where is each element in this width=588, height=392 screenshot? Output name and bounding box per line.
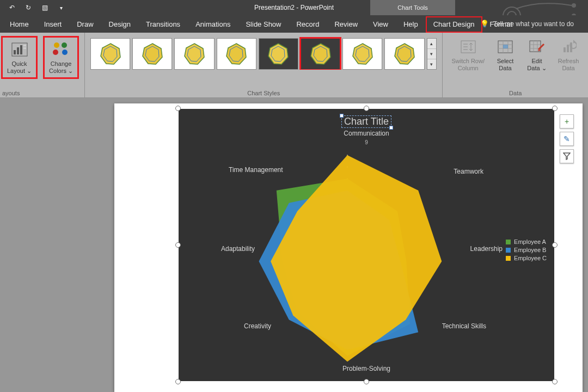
refresh-data-label: Refresh Data bbox=[558, 58, 579, 71]
title-bar: ↶ ↻ ▧ ▾ Presentation2 - PowerPoint Chart… bbox=[0, 0, 588, 15]
tab-draw[interactable]: Draw bbox=[69, 16, 101, 33]
tab-animations[interactable]: Animations bbox=[188, 16, 238, 33]
tell-me-placeholder: Tell me what you want to do bbox=[493, 20, 574, 28]
chart-title-text[interactable]: Chart Title bbox=[341, 115, 391, 128]
chart-float-buttons: + ✎ bbox=[560, 114, 574, 163]
legend-swatch-a bbox=[506, 240, 511, 244]
highlight-change-colors: Change Colors ⌄ bbox=[43, 36, 79, 79]
tab-chart-design[interactable]: Chart Design bbox=[426, 16, 482, 33]
svg-rect-27 bbox=[461, 41, 475, 53]
group-label-chart-styles: Chart Styles bbox=[85, 90, 443, 96]
group-change-colors: Change Colors ⌄ bbox=[43, 33, 84, 97]
refresh-data-button[interactable]: Refresh Data bbox=[554, 36, 583, 74]
switch-row-column-label: Switch Row/ Column bbox=[451, 58, 485, 71]
svg-rect-29 bbox=[503, 45, 508, 48]
selection-handle[interactable] bbox=[552, 106, 558, 111]
chart-style-gallery-expand[interactable]: ▴▾▾ bbox=[427, 38, 437, 70]
tell-me-search[interactable]: 💡 Tell me what you want to do bbox=[480, 20, 574, 28]
brush-icon: ✎ bbox=[564, 134, 570, 143]
chart-style-option-2[interactable] bbox=[132, 38, 172, 70]
selection-handle[interactable] bbox=[175, 242, 181, 248]
chart-style-option-6[interactable] bbox=[301, 38, 340, 70]
ribbon-tabs: Home Insert Draw Design Transitions Anim… bbox=[0, 15, 588, 33]
legend-entry-c[interactable]: Employee C bbox=[506, 255, 547, 261]
axis-label-communication: Communication bbox=[344, 130, 389, 137]
tab-design[interactable]: Design bbox=[101, 16, 138, 33]
chart-elements-button[interactable]: + bbox=[560, 114, 574, 128]
chart-style-option-3[interactable] bbox=[174, 38, 214, 70]
group-label-data: Data bbox=[443, 90, 588, 96]
select-data-icon bbox=[497, 38, 514, 56]
chart-filters-button[interactable] bbox=[560, 149, 574, 163]
axis-label-technical: Technical Skills bbox=[442, 322, 486, 330]
change-colors-button[interactable]: Change Colors ⌄ bbox=[46, 39, 76, 76]
legend-swatch-c bbox=[506, 256, 511, 261]
slideshow-from-start-icon[interactable]: ▧ bbox=[40, 3, 49, 12]
undo-icon[interactable]: ↶ bbox=[8, 3, 16, 12]
funnel-icon bbox=[563, 152, 571, 160]
highlight-quick-layout: Quick Layout ⌄ bbox=[1, 36, 38, 79]
selection-handle[interactable] bbox=[175, 379, 181, 384]
group-chart-styles: ▴▾▾ Chart Styles bbox=[84, 33, 443, 97]
switch-row-column-button[interactable]: Switch Row/ Column bbox=[448, 36, 488, 74]
quick-layout-label: Quick Layout ⌄ bbox=[7, 60, 32, 74]
selection-handle[interactable] bbox=[175, 106, 181, 111]
contextual-tab-label: Chart Tools bbox=[370, 0, 455, 15]
chart-styles-button[interactable]: ✎ bbox=[560, 132, 574, 146]
chart-style-option-7[interactable] bbox=[342, 38, 382, 70]
legend-label-b: Employee B bbox=[514, 247, 546, 253]
change-colors-icon bbox=[52, 41, 70, 58]
chart-style-option-4[interactable] bbox=[217, 38, 256, 70]
select-data-button[interactable]: Select Data bbox=[491, 36, 519, 74]
slide[interactable]: Chart Title Communication 9 Teamwork Lea… bbox=[114, 103, 583, 392]
selection-handle[interactable] bbox=[364, 106, 369, 111]
chart-object[interactable]: Chart Title Communication 9 Teamwork Lea… bbox=[179, 109, 554, 381]
refresh-data-icon bbox=[560, 38, 577, 56]
tab-view[interactable]: View bbox=[365, 16, 396, 33]
chart-legend[interactable]: Employee A Employee B Employee C bbox=[506, 237, 547, 263]
switch-row-column-icon bbox=[460, 38, 477, 56]
legend-entry-b[interactable]: Employee B bbox=[506, 247, 547, 253]
slide-canvas[interactable]: Chart Title Communication 9 Teamwork Lea… bbox=[0, 98, 588, 392]
tab-home[interactable]: Home bbox=[2, 16, 36, 33]
select-data-label: Select Data bbox=[497, 58, 514, 71]
redo-icon[interactable]: ↻ bbox=[24, 3, 33, 12]
legend-entry-a[interactable]: Employee A bbox=[506, 238, 547, 245]
axis-label-adaptability: Adaptability bbox=[221, 245, 255, 253]
tab-help[interactable]: Help bbox=[396, 16, 426, 33]
axis-label-teamwork: Teamwork bbox=[454, 168, 483, 175]
group-chart-layouts: Quick Layout ⌄ ayouts bbox=[0, 33, 43, 97]
selection-handle[interactable] bbox=[552, 379, 558, 384]
group-data: Switch Row/ Column Select Data Edit Data… bbox=[442, 33, 588, 97]
lightbulb-icon: 💡 bbox=[480, 20, 489, 28]
chart-style-option-5[interactable] bbox=[259, 38, 298, 70]
plus-icon: + bbox=[565, 117, 569, 126]
customize-qat-icon[interactable]: ▾ bbox=[57, 3, 65, 12]
axis-label-leadership: Leadership bbox=[470, 245, 503, 253]
tab-transitions[interactable]: Transitions bbox=[138, 16, 188, 33]
legend-label-c: Employee C bbox=[514, 255, 547, 261]
chart-title[interactable]: Chart Title bbox=[179, 115, 554, 128]
selection-handle[interactable] bbox=[364, 379, 369, 384]
tab-review[interactable]: Review bbox=[327, 16, 365, 33]
quick-access-toolbar: ↶ ↻ ▧ ▾ bbox=[0, 3, 65, 12]
edit-data-label: Edit Data ⌄ bbox=[527, 58, 546, 71]
change-colors-label: Change Colors ⌄ bbox=[49, 60, 73, 74]
selection-handle[interactable] bbox=[552, 242, 558, 248]
svg-rect-6 bbox=[14, 50, 16, 54]
quick-layout-button[interactable]: Quick Layout ⌄ bbox=[4, 39, 35, 76]
chart-style-gallery: ▴▾▾ bbox=[90, 36, 437, 70]
tab-record[interactable]: Record bbox=[289, 16, 327, 33]
chart-style-option-8[interactable] bbox=[384, 38, 424, 70]
chart-style-option-1[interactable] bbox=[90, 38, 130, 70]
svg-rect-32 bbox=[567, 45, 569, 52]
legend-swatch-b bbox=[506, 248, 511, 253]
legend-label-a: Employee A bbox=[514, 238, 546, 245]
quick-layout-icon bbox=[11, 41, 28, 58]
tab-insert[interactable]: Insert bbox=[36, 16, 70, 33]
axis-label-creativity: Creativity bbox=[244, 322, 271, 330]
tab-slideshow[interactable]: Slide Show bbox=[238, 16, 289, 33]
svg-rect-8 bbox=[20, 45, 22, 54]
svg-point-3 bbox=[572, 4, 575, 7]
edit-data-button[interactable]: Edit Data ⌄ bbox=[523, 36, 551, 74]
